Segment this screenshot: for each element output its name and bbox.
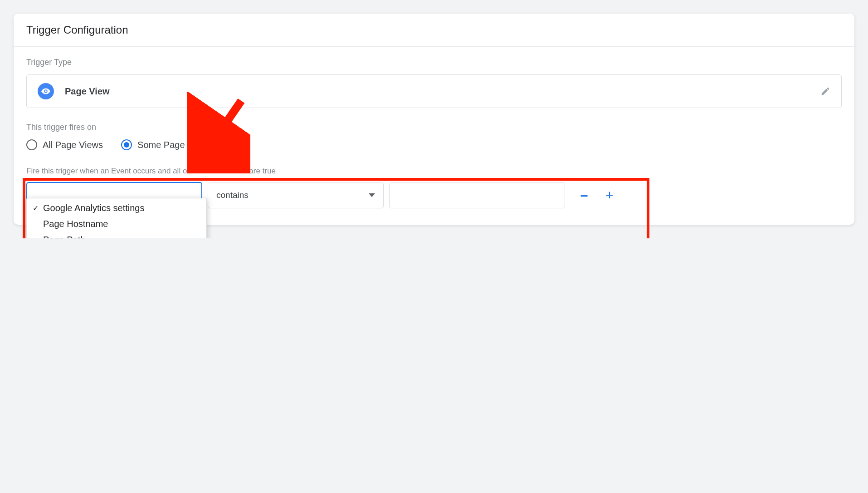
fires-on-radio-group: All Page Views Some Page Views: [26, 139, 842, 150]
conditions-label: Fire this trigger when an Event occurs a…: [26, 167, 842, 176]
variable-dropdown-menu[interactable]: ✓ Google Analytics settings Page Hostnam…: [26, 198, 207, 238]
menu-item-label: Google Analytics settings: [43, 203, 144, 213]
card-header: Trigger Configuration: [14, 14, 854, 47]
add-condition-button[interactable]: +: [599, 184, 620, 206]
menu-item-page-hostname[interactable]: Page Hostname: [27, 216, 206, 232]
radio-label-all: All Page Views: [43, 140, 103, 150]
fires-on-label: This trigger fires on: [26, 123, 842, 132]
edit-icon[interactable]: [820, 86, 830, 96]
row-buttons: – +: [573, 184, 620, 206]
chevron-down-icon: [369, 192, 375, 198]
radio-dot: [124, 142, 129, 148]
menu-item-google-analytics-settings[interactable]: ✓ Google Analytics settings: [27, 200, 206, 216]
operator-label: contains: [216, 190, 249, 200]
trigger-config-card: Trigger Configuration Trigger Type Page …: [14, 14, 854, 225]
check-icon: ✓: [31, 204, 39, 212]
trigger-type-name: Page View: [65, 86, 110, 97]
menu-item-page-path[interactable]: Page Path: [27, 232, 206, 238]
trigger-type-left: Page View: [38, 83, 110, 99]
radio-circle-unselected: [26, 139, 37, 150]
remove-condition-button[interactable]: –: [573, 184, 595, 206]
menu-item-label: Page Path: [43, 235, 85, 238]
menu-item-label: Page Hostname: [43, 219, 108, 229]
operator-dropdown[interactable]: contains: [208, 182, 384, 208]
condition-value-input[interactable]: [389, 182, 565, 208]
trigger-type-label: Trigger Type: [26, 58, 842, 67]
radio-some-page-views[interactable]: Some Page Views: [121, 139, 211, 150]
trigger-type-row[interactable]: Page View: [26, 74, 842, 108]
radio-circle-selected: [121, 139, 132, 150]
radio-all-page-views[interactable]: All Page Views: [26, 139, 103, 150]
card-title: Trigger Configuration: [26, 24, 842, 36]
page-view-icon: [38, 83, 54, 99]
radio-label-some: Some Page Views: [137, 140, 211, 150]
